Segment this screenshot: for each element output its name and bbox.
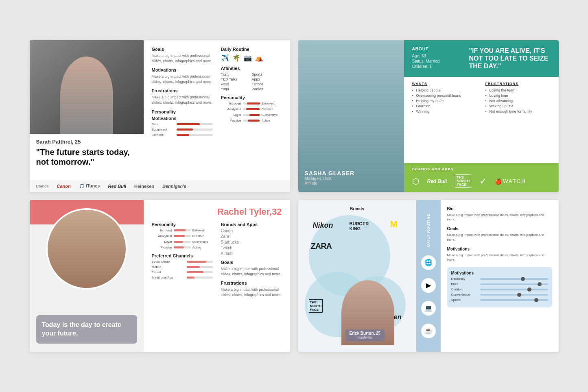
want-item: Overcoming personal brand (412, 94, 477, 98)
channel-bar: Social Media (152, 260, 213, 264)
rachel-name: Rachel Tyler,32 (152, 207, 282, 217)
card3-left-panel: Today is the day to create your future. (30, 200, 144, 352)
bio-text: Make a big impact with professional slid… (447, 213, 552, 222)
brand-itunes: 🎵 iTunes (79, 183, 100, 189)
card3-right-panel: Rachel Tyler,32 Personality Introvert Ex… (144, 200, 290, 352)
motiv-bar: Speed (451, 298, 548, 302)
personality-bar: Loyal Subversive (221, 113, 282, 117)
motivations-title: Motivations (447, 247, 552, 251)
card2-about-section: ABOUT Age: 33 Status: Married Children: … (404, 40, 559, 77)
card1-brands: Brands Canon 🎵 iTunes Red Bull Heineken … (30, 180, 290, 192)
card-erick: Brands Nikon BURGERKING M ZARA THENORTHF… (298, 200, 559, 352)
brand-heineken: Heineken (134, 184, 154, 189)
daily-routine-label: Daily Routine (426, 213, 431, 247)
northface-logo: THENORTHFACE (309, 299, 323, 313)
affinities-grid: TastySportsTED TalksAppsFoodTattoosYogaP… (221, 72, 282, 91)
erick-city: Nashville (349, 335, 380, 340)
motivations-title: Motivations (152, 68, 213, 72)
brands-title: Brands and Apps (221, 222, 282, 227)
pers-title: Personality (221, 95, 282, 100)
sasha-photo (298, 40, 404, 192)
rachel-quote: Today is the day to create your future. (42, 321, 131, 338)
affinity-item: Tasty (221, 72, 251, 76)
brand-item: Canon (221, 229, 282, 233)
frustrations-text: Make a big impact with professional slid… (152, 95, 213, 105)
card2-right-panel: ABOUT Age: 33 Status: Married Children: … (404, 40, 559, 192)
sarah-photo (30, 40, 144, 134)
sarah-quote: "The future starts today, not tomorrow." (36, 147, 137, 167)
card1-right-panel: Goals Make a big impact with professiona… (144, 40, 290, 180)
rachel-photo (46, 208, 127, 290)
card4-daily-routine: Daily Routine 🌐 ▶ 💻 ☕ (416, 200, 441, 352)
nikon-logo: Nikon (313, 221, 333, 230)
coffee-icon: ☕ (421, 324, 436, 338)
channels-title: Preferred Channels (152, 253, 213, 258)
frustrations-title: FRUSTRATIONS (485, 82, 551, 86)
play-icon: ▶ (421, 278, 436, 293)
brand-item: Airbnb (221, 251, 282, 256)
about-children: Children: 1 (412, 64, 461, 69)
goals-text: Make a big impact with professional slid… (152, 53, 213, 63)
card1-left-panel: Sarah Patthrel, 25 "The future starts to… (30, 40, 144, 180)
erick-name-tag: Erick Burton, 25 Nashville (345, 329, 385, 341)
affinity-item: TED Talks (221, 77, 251, 81)
sasha-quote: "IF YOU ARE ALIVE, IT'S NOT TOO LATE TO … (469, 47, 551, 70)
brands-label: Brands (36, 184, 49, 188)
goals-text: Make a big impact with professional slid… (221, 266, 282, 277)
frustrations-section: FRUSTRATIONS Losing the teamLosing timeN… (485, 82, 551, 158)
motiv-bars-title: Motivations (152, 116, 213, 121)
card1-photo (30, 40, 144, 134)
card3-channels: Social Media Mobile E-mail Traditional A… (152, 260, 213, 279)
personality-bar: Loyal Subversive (152, 240, 213, 244)
frustrations-list: Losing the teamLosing timeNot advancingW… (485, 88, 551, 113)
motivations-text: Make a big impact with professional slid… (152, 74, 213, 84)
motiv-bar: Comfort (451, 287, 548, 291)
apple-icon: 🍎 (495, 178, 502, 185)
affinity-item: Tattoos (252, 82, 282, 86)
palm-icon: 🌴 (232, 54, 240, 62)
nike-logo: ✓ (479, 176, 487, 187)
affinity-item: Parties (252, 87, 282, 91)
rachel-photo-inner (48, 210, 126, 288)
camera-icon: 📷 (244, 54, 252, 62)
personality-title: Personality (152, 109, 213, 114)
wants-section: WANTS Helping peopleOvercoming personal … (412, 82, 477, 158)
card4-motivations: Motivations Make a big impact with profe… (447, 247, 552, 262)
globe-icon: 🌐 (421, 255, 436, 270)
sarah-name: Sarah Patthrel, 25 (36, 139, 137, 145)
redbull-logo: Red Bull (427, 179, 447, 184)
card4-motivation-bars: Necessity Price Comfort Convenience Spee… (451, 277, 548, 302)
frustrations-title: Frustrations (221, 281, 282, 285)
burger-king-logo: BURGERKING (350, 221, 369, 231)
card4-bio: Bio Make a big impact with professional … (447, 207, 552, 222)
tent-icon: ⛺ (255, 54, 263, 62)
about-status: Status: Married (412, 59, 461, 63)
sasha-role: Athlete (305, 181, 355, 185)
channel-bar: Traditional Ads (152, 276, 213, 279)
mcdonalds-logo: M (390, 219, 397, 230)
motivations-text: Make a big impact with professional slid… (447, 253, 552, 262)
frustration-item: Not enough time for family (485, 109, 551, 113)
card3-col-left: Personality Introvert Extrovert Analytic… (152, 222, 213, 301)
card-rachel: Today is the day to create your future. … (30, 200, 290, 352)
card3-personality-bars: Introvert Extrovert Analytical Creative … (152, 229, 213, 249)
card-sarah: Sarah Patthrel, 25 "The future starts to… (30, 40, 290, 192)
affinity-item: Yoga (221, 87, 251, 91)
motiv-bars-title: Motivations (451, 271, 548, 275)
brand-item: Zara (221, 234, 282, 239)
frustrations-title: Frustrations (152, 88, 213, 93)
personality-bar: Analytical Creative (221, 107, 282, 111)
card4-brands-title: Brands (305, 207, 410, 211)
bio-title: Bio (447, 207, 552, 211)
affinities-title: Affinities (221, 66, 282, 71)
dashboard-grid: Sarah Patthrel, 25 "The future starts to… (30, 40, 559, 352)
brand-item: Twitch (221, 246, 282, 250)
brand-redbull: Red Bull (108, 184, 126, 189)
personality-bar: Introvert Extrovert (221, 102, 282, 105)
personality-bar: Introvert Extrovert (152, 229, 213, 232)
card4-goals: Goals Make a big impact with professiona… (447, 226, 552, 242)
pers-title: Personality (152, 222, 213, 227)
card4-right-panel: Bio Make a big impact with professional … (441, 200, 559, 352)
brand-canon: Canon (57, 184, 71, 189)
affinity-item: Sports (252, 72, 282, 76)
